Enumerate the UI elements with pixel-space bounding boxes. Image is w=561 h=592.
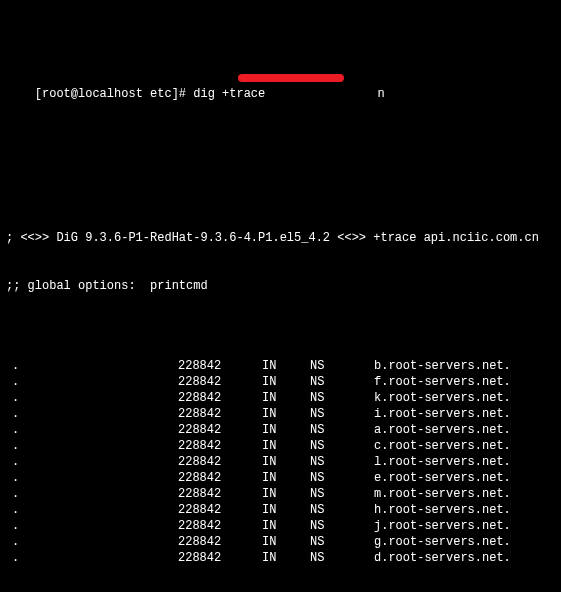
ns-record-row: .228842INNSj.root-servers.net. [6,518,555,534]
record-type: NS [310,390,324,406]
ns-record-row: .228842INNSi.root-servers.net. [6,406,555,422]
record-value: e.root-servers.net. [374,470,511,486]
record-name: . [12,470,19,486]
record-value: l.root-servers.net. [374,454,511,470]
dig-options-line: ;; global options: printcmd [6,278,555,294]
shell-command: dig +trace [193,87,272,101]
record-type: NS [310,470,324,486]
ns-record-row: .228842INNSe.root-servers.net. [6,470,555,486]
prompt-line: [root@localhost etc]# dig +trace n [6,70,555,86]
record-value: d.root-servers.net. [374,550,511,566]
ns-record-row: .228842INNSh.root-servers.net. [6,502,555,518]
record-class: IN [262,486,276,502]
record-type: NS [310,518,324,534]
ns-record-row: .228842INNSk.root-servers.net. [6,390,555,406]
record-type: NS [310,454,324,470]
record-type: NS [310,534,324,550]
ns-record-row: .228842INNSf.root-servers.net. [6,374,555,390]
record-ttl: 228842 [178,470,221,486]
record-class: IN [262,358,276,374]
shell-prompt: [root@localhost etc]# [35,87,193,101]
record-value: h.root-servers.net. [374,502,511,518]
record-value: b.root-servers.net. [374,358,511,374]
record-ttl: 228842 [178,406,221,422]
redaction-mark [238,74,344,82]
record-ttl: 228842 [178,454,221,470]
record-value: f.root-servers.net. [374,374,511,390]
record-class: IN [262,550,276,566]
record-name: . [12,550,19,566]
record-class: IN [262,390,276,406]
record-name: . [12,438,19,454]
record-ttl: 228842 [178,486,221,502]
ns-record-row: .228842INNSl.root-servers.net. [6,454,555,470]
record-name: . [12,406,19,422]
record-value: m.root-servers.net. [374,486,511,502]
record-class: IN [262,454,276,470]
record-value: g.root-servers.net. [374,534,511,550]
record-type: NS [310,374,324,390]
record-type: NS [310,422,324,438]
record-type: NS [310,438,324,454]
record-name: . [12,518,19,534]
record-value: i.root-servers.net. [374,406,511,422]
record-ttl: 228842 [178,502,221,518]
dig-version-line: ; <<>> DiG 9.3.6-P1-RedHat-9.3.6-4.P1.el… [6,230,555,246]
record-ttl: 228842 [178,358,221,374]
record-ttl: 228842 [178,534,221,550]
record-name: . [12,486,19,502]
record-name: . [12,422,19,438]
record-class: IN [262,534,276,550]
record-ttl: 228842 [178,550,221,566]
record-class: IN [262,518,276,534]
ns-record-row: .228842INNSb.root-servers.net. [6,358,555,374]
record-class: IN [262,406,276,422]
ns-record-row: .228842INNSd.root-servers.net. [6,550,555,566]
ns-record-row: .228842INNSc.root-servers.net. [6,438,555,454]
record-name: . [12,358,19,374]
record-class: IN [262,438,276,454]
ns-record-row: .228842INNSm.root-servers.net. [6,486,555,502]
record-class: IN [262,374,276,390]
record-name: . [12,390,19,406]
terminal-output[interactable]: [root@localhost etc]# dig +trace n ; <<>… [0,0,561,592]
record-class: IN [262,422,276,438]
record-name: . [12,454,19,470]
record-ttl: 228842 [178,374,221,390]
record-ttl: 228842 [178,422,221,438]
record-value: j.root-servers.net. [374,518,511,534]
ns-record-row: .228842INNSa.root-servers.net. [6,422,555,438]
record-type: NS [310,550,324,566]
record-name: . [12,534,19,550]
record-class: IN [262,470,276,486]
record-value: a.root-servers.net. [374,422,511,438]
record-value: c.root-servers.net. [374,438,511,454]
record-value: k.root-servers.net. [374,390,511,406]
record-type: NS [310,502,324,518]
record-name: . [12,374,19,390]
blank [6,150,555,166]
cmd-tail: n [377,87,384,101]
record-class: IN [262,502,276,518]
record-type: NS [310,486,324,502]
record-name: . [12,502,19,518]
record-ttl: 228842 [178,518,221,534]
record-ttl: 228842 [178,390,221,406]
record-type: NS [310,358,324,374]
ns-record-row: .228842INNSg.root-servers.net. [6,534,555,550]
record-ttl: 228842 [178,438,221,454]
record-type: NS [310,406,324,422]
